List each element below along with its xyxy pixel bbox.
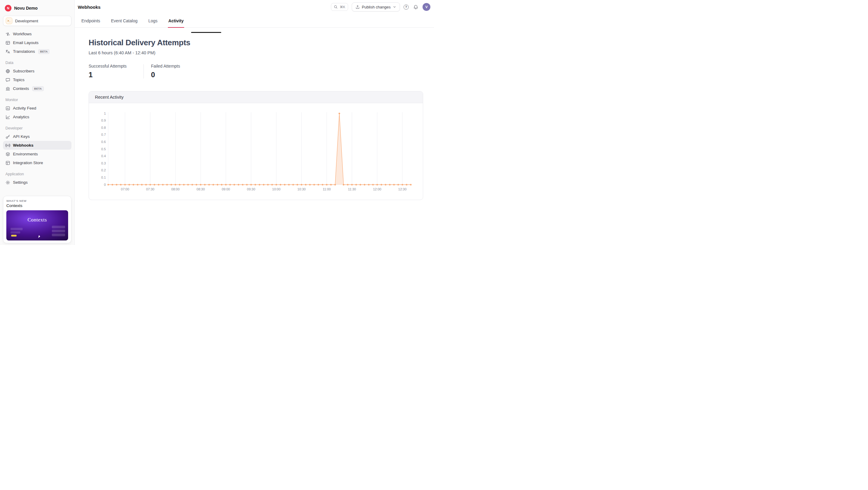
thumbnail-mock-pill [52, 226, 65, 228]
tab-bar: Endpoints Event Catalog Logs Activity [75, 14, 434, 28]
sidebar-item-label: Settings [13, 180, 28, 185]
sidebar-item-translations[interactable]: Translations BETA [3, 47, 71, 56]
chevron-down-icon [393, 5, 396, 9]
user-avatar[interactable]: V [423, 3, 430, 11]
sidebar-nav: Workflows Email Layouts Translations BET… [3, 30, 71, 187]
tab-endpoints[interactable]: Endpoints [81, 19, 101, 28]
sidebar-item-settings[interactable]: Settings [3, 178, 71, 187]
sidebar-item-label: Workflows [13, 32, 32, 36]
thumbnail-cursor-icon [38, 235, 40, 238]
sidebar-item-contexts[interactable]: Contexts BETA [3, 84, 71, 93]
search-button[interactable]: ⌘K [331, 3, 348, 11]
stat-successful-attempts: Successful Attempts 1 [89, 64, 136, 79]
stat-value: 1 [89, 70, 136, 79]
sidebar-item-topics[interactable]: Topics [3, 76, 71, 84]
sidebar-item-api-keys[interactable]: API Keys [3, 132, 71, 141]
sidebar-item-label: API Keys [13, 135, 30, 139]
whats-new-thumbnail[interactable]: Contexts [6, 210, 68, 240]
top-header: Webhooks ⌘K Publish changes [75, 0, 434, 14]
search-shortcut: ⌘K [340, 5, 345, 9]
sidebar-item-workflows[interactable]: Workflows [3, 30, 71, 38]
stat-failed-attempts: Failed Attempts 0 [151, 64, 198, 79]
publish-icon [355, 5, 360, 9]
section-title-developer: Developer [5, 126, 69, 131]
tab-event-catalog[interactable]: Event Catalog [110, 19, 138, 28]
dark-indicator-bar [191, 32, 221, 33]
sidebar-item-label: Integration Store [13, 161, 43, 165]
svg-text:0.2: 0.2 [101, 168, 106, 172]
sidebar-item-label: Subscribers [13, 69, 34, 73]
org-switcher[interactable]: N Novu Demo [3, 4, 71, 13]
svg-text:0.9: 0.9 [101, 119, 106, 122]
header-actions: ⌘K Publish changes ? V [331, 2, 430, 11]
app-root: N Novu Demo >_ Development Workflows Ema… [0, 0, 434, 245]
page-title: Webhooks [78, 4, 101, 10]
tab-logs[interactable]: Logs [148, 19, 158, 28]
svg-text:12:30: 12:30 [398, 188, 407, 191]
thumbnail-title-text: Contexts [6, 217, 68, 223]
sidebar-item-label: Email Layouts [13, 41, 38, 45]
section-heading: Historical Delivery Attempts [89, 38, 423, 47]
sidebar-item-subscribers[interactable]: Subscribers [3, 67, 71, 76]
email-layouts-icon [5, 40, 10, 45]
svg-text:0.5: 0.5 [101, 147, 106, 151]
svg-text:0.1: 0.1 [101, 176, 106, 179]
whats-new-card[interactable]: WHAT'S NEW Contexts Contexts [3, 196, 71, 243]
svg-text:11:30: 11:30 [348, 188, 356, 191]
section-title-data: Data [5, 61, 69, 65]
svg-text:1: 1 [104, 112, 106, 115]
svg-text:11:00: 11:00 [323, 188, 331, 191]
sidebar-item-activity-feed[interactable]: Activity Feed [3, 104, 71, 113]
svg-text:0.6: 0.6 [101, 140, 106, 144]
svg-text:0: 0 [104, 183, 106, 186]
sidebar-item-label: Topics [13, 78, 24, 82]
svg-text:07:00: 07:00 [121, 188, 129, 191]
svg-text:09:00: 09:00 [222, 188, 230, 191]
org-name: Novu Demo [14, 6, 38, 10]
activity-feed-icon [5, 106, 10, 111]
whats-new-eyebrow: WHAT'S NEW [6, 199, 68, 202]
delivery-attempts-chart[interactable]: 07:0007:3008:0008:3009:0009:3010:0010:30… [95, 109, 415, 196]
sidebar-item-label: Webhooks [13, 143, 33, 148]
svg-text:07:30: 07:30 [146, 188, 155, 191]
sidebar-item-label: Activity Feed [13, 106, 36, 110]
tab-activity[interactable]: Activity [168, 19, 184, 28]
help-button[interactable]: ? [404, 4, 409, 10]
thumbnail-mock-bar [10, 231, 20, 234]
publish-changes-button[interactable]: Publish changes [352, 2, 400, 11]
section-subheading: Last 6 hours (6:40 AM - 12:40 PM) [89, 50, 423, 55]
recent-activity-card: Recent Activity 07:0007:3008:0008:3009:0… [89, 91, 423, 200]
stats-row: Successful Attempts 1 Failed Attempts 0 [89, 64, 423, 79]
sidebar-item-analytics[interactable]: Analytics [3, 113, 71, 121]
api-keys-icon [5, 134, 10, 139]
notifications-bell-button[interactable] [412, 4, 419, 10]
beta-badge: BETA [38, 49, 50, 54]
novu-logo-icon: N [5, 5, 11, 11]
integration-store-icon [5, 161, 10, 165]
svg-text:08:30: 08:30 [196, 188, 205, 191]
settings-gear-icon [5, 180, 10, 185]
topics-icon [5, 78, 10, 82]
sidebar-item-webhooks[interactable]: Webhooks [3, 141, 71, 150]
terminal-icon: >_ [6, 18, 12, 24]
chart-container[interactable]: 07:0007:3008:0008:3009:0009:3010:0010:30… [89, 103, 423, 200]
beta-badge: BETA [32, 86, 43, 91]
bell-icon [413, 4, 418, 10]
sidebar: N Novu Demo >_ Development Workflows Ema… [0, 0, 75, 245]
stat-label: Failed Attempts [151, 64, 198, 68]
thumbnail-mock-pill [52, 234, 65, 236]
stat-divider [144, 64, 144, 79]
environment-selector[interactable]: >_ Development [3, 16, 71, 26]
stat-label: Successful Attempts [89, 64, 136, 68]
sidebar-item-integration-store[interactable]: Integration Store [3, 158, 71, 167]
svg-text:12:00: 12:00 [373, 188, 381, 191]
contexts-icon [5, 86, 10, 91]
thumbnail-mock-bar [10, 228, 23, 230]
sidebar-item-email-layouts[interactable]: Email Layouts [3, 38, 71, 47]
stat-value: 0 [151, 70, 198, 79]
card-title: Recent Activity [89, 91, 423, 103]
svg-text:10:30: 10:30 [298, 188, 306, 191]
svg-text:0.7: 0.7 [101, 133, 106, 136]
sidebar-item-environments[interactable]: Environments [3, 150, 71, 158]
svg-text:09:30: 09:30 [247, 188, 255, 191]
